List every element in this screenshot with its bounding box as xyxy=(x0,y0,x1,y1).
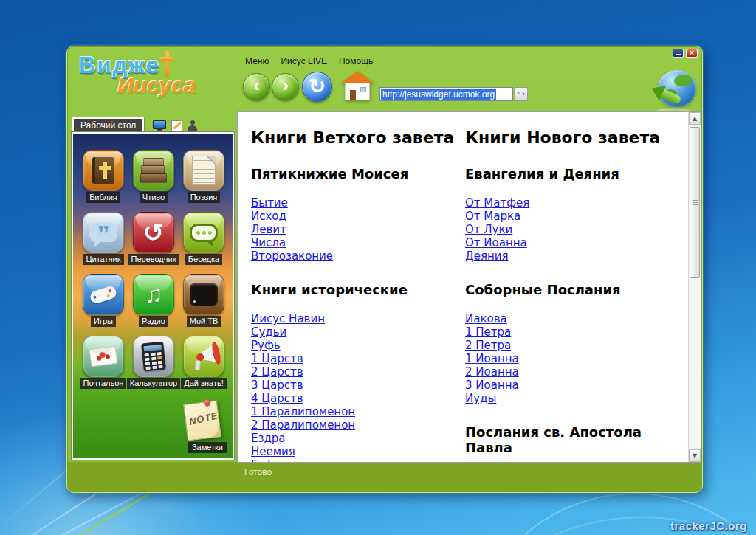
close-icon: × xyxy=(690,48,694,57)
new-testament-title: Книги Нового завета xyxy=(465,128,684,147)
app-tiles-grid: Библия Чтиво Поэзия ” Цитатник ↺ Перевод… xyxy=(78,150,229,389)
status-text: Готово xyxy=(244,467,272,477)
tile-mytv[interactable]: Мой ТВ xyxy=(180,274,227,327)
book-link[interactable]: Иакова xyxy=(465,312,684,325)
logo-text-line2: Иисуса xyxy=(117,73,234,98)
scroll-down-arrow[interactable]: ▼ xyxy=(689,449,701,462)
content-scrollbar[interactable]: ▲ ▼ xyxy=(688,112,701,462)
person-icon[interactable] xyxy=(188,120,197,131)
book-link[interactable]: 2 Царств xyxy=(251,365,465,379)
url-input[interactable]: http://jesuswidget.ucmok.org xyxy=(379,87,513,101)
calculator-icon xyxy=(141,342,166,372)
book-link[interactable]: 1 Иоанна xyxy=(465,352,684,365)
book-link[interactable]: Неемия xyxy=(251,445,465,458)
book-link[interactable]: Второзаконие xyxy=(251,249,465,263)
forward-icon: › xyxy=(282,74,289,97)
document-icon xyxy=(192,156,216,185)
tile-games[interactable]: Игры xyxy=(80,274,127,327)
back-button[interactable]: ‹ xyxy=(243,73,270,100)
monitor-icon[interactable] xyxy=(153,120,166,131)
tile-bible[interactable]: Библия xyxy=(80,150,127,203)
book-link[interactable]: Исход xyxy=(251,210,465,223)
view-mode-icons xyxy=(153,120,197,131)
book-link[interactable]: Есфирь xyxy=(251,458,465,463)
refresh-icon: ↻ xyxy=(309,75,326,98)
tile-calculator[interactable]: Калькулятор xyxy=(130,336,177,389)
book-link[interactable]: Бытие xyxy=(251,196,465,210)
tile-poetry[interactable]: Поэзия xyxy=(180,150,227,203)
tile-translator[interactable]: ↺ Переводчик xyxy=(130,212,177,265)
menubar: Меню Иисус LIVE Помощь xyxy=(245,56,373,66)
tile-notes[interactable]: NOTE Заметки xyxy=(185,402,224,439)
home-button[interactable] xyxy=(340,71,375,102)
book-link[interactable]: 2 Паралипоменон xyxy=(251,418,465,432)
section-heading: Послания св. Апостола Павла xyxy=(465,424,684,455)
tile-quotes[interactable]: ” Цитатник xyxy=(80,212,127,265)
gamepad-icon xyxy=(89,284,117,304)
tile-radio[interactable]: ♫ Радио xyxy=(130,274,177,327)
book-link[interactable]: 4 Царств xyxy=(251,392,465,405)
book-link[interactable]: 1 Петра xyxy=(465,325,684,339)
back-icon: ‹ xyxy=(253,74,260,97)
url-selected-text: http://jesuswidget.ucmok.org xyxy=(381,89,496,100)
old-testament-column: Книги Ветхого завета Пятикнижие Моисея Б… xyxy=(251,122,465,463)
book-link[interactable]: Иуды xyxy=(465,392,684,405)
go-button[interactable]: ↪ xyxy=(515,87,528,101)
music-note-icon: ♫ xyxy=(145,280,163,308)
book-link[interactable]: От Иоанна xyxy=(465,236,684,249)
book-link[interactable]: От Луки xyxy=(465,223,684,236)
close-button[interactable]: × xyxy=(686,49,698,58)
tv-icon xyxy=(190,283,218,306)
envelope-icon xyxy=(89,346,118,367)
app-logo: Видже Иисуса xyxy=(79,51,234,98)
book-link[interactable]: 3 Царств xyxy=(251,379,465,392)
book-link[interactable]: 2 Иоанна xyxy=(465,365,684,379)
book-link[interactable]: Иисус Навин xyxy=(251,312,465,325)
navigation-toolbar: ‹ › ↻ xyxy=(243,71,375,102)
book-link[interactable]: Деяния xyxy=(465,249,684,263)
web-globe-button[interactable] xyxy=(649,69,698,113)
window-controls: × xyxy=(673,49,698,58)
chat-bubble-icon xyxy=(190,224,218,242)
refresh-button[interactable]: ↻ xyxy=(302,72,332,102)
book-link[interactable]: Ездра xyxy=(251,432,465,445)
forward-button[interactable]: › xyxy=(272,73,299,100)
section-heading: Соборные Послания xyxy=(465,282,684,297)
menu-item-menu[interactable]: Меню xyxy=(245,56,269,66)
book-link[interactable]: 3 Иоанна xyxy=(465,379,684,392)
browser-content: Книги Ветхого завета Пятикнижие Моисея Б… xyxy=(237,111,701,463)
watermark: trackerJC.org xyxy=(670,520,747,532)
desktop-background: trackerJC.org Видже Иисуса Меню Иисус LI… xyxy=(0,0,756,535)
pin-icon xyxy=(204,399,211,407)
book-link[interactable]: Руфь xyxy=(251,339,465,352)
edit-notepad-icon[interactable] xyxy=(171,120,182,131)
book-link[interactable]: 1 Паралипоменон xyxy=(251,405,465,418)
sticky-note-icon: NOTE xyxy=(183,400,221,441)
book-link[interactable]: От Матфея xyxy=(465,196,684,210)
app-window: Видже Иисуса Меню Иисус LIVE Помощь ‹ › … xyxy=(66,46,703,493)
book-link[interactable]: Судьи xyxy=(251,325,465,339)
bible-icon xyxy=(92,157,114,184)
scrollbar-thumb[interactable] xyxy=(690,127,700,278)
home-icon xyxy=(340,71,374,83)
tile-reading[interactable]: Чтиво xyxy=(130,150,177,203)
quote-bubble-icon: ” xyxy=(89,223,117,242)
new-testament-column: Книги Нового завета Евангелия и Деяния О… xyxy=(465,122,684,463)
tile-chat[interactable]: Беседка xyxy=(180,212,227,265)
book-link[interactable]: Числа xyxy=(251,236,465,249)
book-link[interactable]: 1 Царств xyxy=(251,352,465,365)
books-icon xyxy=(140,158,167,183)
minimize-button[interactable] xyxy=(673,49,684,58)
menu-item-jesus-live[interactable]: Иисус LIVE xyxy=(281,56,327,66)
section-heading: Книги исторические xyxy=(251,282,465,297)
book-link[interactable]: Левит xyxy=(251,223,465,236)
megaphone-icon xyxy=(187,341,221,372)
book-link[interactable]: 2 Петра xyxy=(465,339,684,352)
go-icon: ↪ xyxy=(518,89,525,99)
menu-item-help[interactable]: Помощь xyxy=(339,56,373,66)
scroll-up-arrow[interactable]: ▲ xyxy=(689,112,701,125)
tile-mailman[interactable]: Почтальон xyxy=(80,336,127,389)
circular-arrows-icon: ↺ xyxy=(143,218,165,247)
tile-letknow[interactable]: Дай знать! xyxy=(180,336,227,389)
book-link[interactable]: От Марка xyxy=(465,210,684,223)
